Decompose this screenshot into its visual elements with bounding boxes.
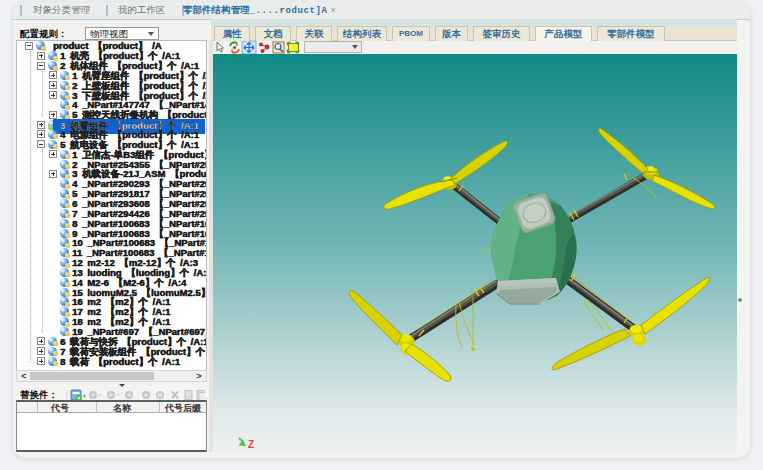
svg-text:Z: Z [248, 439, 254, 450]
